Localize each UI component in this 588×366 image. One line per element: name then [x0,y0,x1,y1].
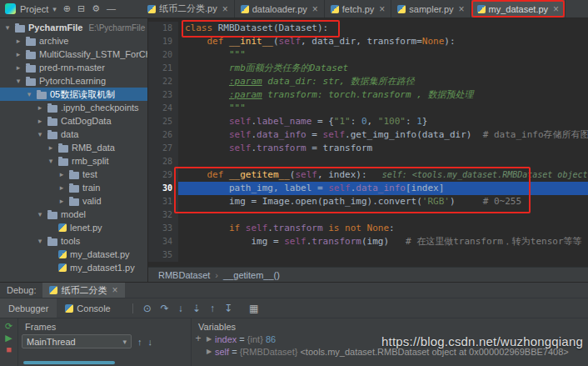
hide-panel-icon[interactable]: — [107,4,116,13]
variable-row[interactable]: ▶self = {RMBDataset} <tools.my_dataset.R… [205,345,588,358]
editor-tab[interactable]: my_dataset.py× [471,0,566,18]
tree-item[interactable]: ▾model [0,208,147,221]
locate-icon[interactable]: ⊕ [63,4,71,13]
chevron-right-icon[interactable]: ▸ [57,170,66,178]
stop-icon[interactable]: ■ [6,345,12,354]
code-line[interactable]: 33 if self.transform is not None: [148,222,588,235]
tree-item-label: MultiClassify_LSTM_ForChinese [39,49,147,59]
tree-item[interactable]: ▸archive [0,34,147,48]
code-line[interactable]: 35 [148,248,588,262]
close-icon[interactable]: × [312,4,318,14]
force-step-into-icon[interactable]: ⇣ [192,303,201,313]
code-line[interactable]: 32 [148,208,588,222]
tree-item[interactable]: ▸test [0,168,147,181]
code-line[interactable]: 27 self.transform = transform [148,142,588,155]
code-line[interactable]: 19 def __init__(self, data_dir, transfor… [148,35,588,48]
editor-tab[interactable]: sampler.py× [391,0,471,18]
chevron-right-icon[interactable]: ▸ [36,103,44,112]
settings-icon[interactable]: ⚙ [92,4,100,13]
variable-row[interactable]: ▶index = {int} 86 [205,333,588,345]
tree-item[interactable]: lenet.py [0,221,147,234]
tree-item[interactable]: ▾05数据读取机制 [0,88,147,101]
chevron-down-icon[interactable]: ▾ [25,90,33,98]
chevron-down-icon[interactable]: ▾ [14,77,22,85]
breadcrumb-class[interactable]: RMBDataset [158,270,210,280]
horizontal-scrollbar[interactable] [23,361,115,364]
project-panel-title[interactable]: Project [20,4,48,14]
previous-frame-icon[interactable]: ↑ [137,337,142,347]
chevron-down-icon[interactable]: ▾ [36,237,44,245]
code-line[interactable]: 34 img = self.transform(img) # 在这里做trans… [148,235,588,248]
tab-debugger[interactable]: Debugger [0,298,57,318]
tree-item[interactable]: my_dataset1.py [0,261,147,274]
run-to-cursor-icon[interactable]: ↧ [224,303,232,313]
chevron-right-icon[interactable]: ▸ [57,197,66,205]
variables-title[interactable]: Variables [198,322,236,332]
tree-item[interactable]: my_dataset.py [0,248,147,261]
code-line[interactable]: 21 rmb面额分类任务的Dataset [148,62,588,75]
code-line[interactable]: 31 img = Image.open(path_img).convert('R… [148,195,588,208]
frames-title[interactable]: Frames [25,322,56,332]
tree-item[interactable]: ▸valid [0,194,147,208]
tree-item[interactable]: ▾data [0,128,147,141]
collapse-all-icon[interactable]: ⊟ [77,4,85,13]
show-execution-point-icon[interactable]: ⊙ [143,303,152,313]
editor[interactable]: 18class RMBDataset(Dataset):19 def __ini… [148,18,588,282]
tree-item[interactable]: ▾tools [0,234,147,248]
close-icon[interactable]: × [379,4,385,14]
rerun-icon[interactable]: ⟳ [5,322,12,331]
close-icon[interactable]: × [222,4,228,14]
chevron-down-icon[interactable]: ▾ [47,157,55,165]
step-over-icon[interactable]: ↷ [161,303,169,313]
chevron-right-icon[interactable]: ▸ [57,183,66,192]
code-line[interactable]: 22 :param data_dir: str, 数据集所在路径 [148,75,588,88]
code-line[interactable]: 26 self.data_info = self.get_img_info(da… [148,128,588,142]
code-line[interactable]: 25 self.label_name = {"1": 0, "100": 1} [148,115,588,128]
chevron-down-icon[interactable]: ▾ [36,210,44,218]
expand-icon[interactable]: ▶ [205,348,213,355]
editor-tab[interactable]: fetch.py× [325,0,392,18]
chevron-right-icon[interactable]: ▸ [14,63,22,72]
folder-icon [58,145,68,153]
chevron-down-icon[interactable]: ▾ [36,130,44,138]
tab-console[interactable]: Console [57,298,118,318]
editor-tab[interactable]: 纸币二分类.py× [142,0,235,18]
tree-item[interactable]: ▾PycharmFileE:\PycharmFile [0,21,147,34]
resume-icon[interactable]: ▶ [5,333,12,343]
close-icon[interactable]: × [553,4,559,14]
tree-item[interactable]: ▸train [0,181,147,194]
tree-item[interactable]: ▸RMB_data [0,141,147,154]
tree-item[interactable]: ▾rmb_split [0,154,147,168]
code-line[interactable]: 24 """ [148,102,588,115]
editor-tab[interactable]: dataloader.py× [235,0,325,18]
thread-selector[interactable]: MainThread ▾ [22,334,132,348]
close-icon[interactable]: × [112,285,117,295]
step-into-icon[interactable]: ↓ [178,303,183,313]
chevron-right-icon[interactable]: ▸ [14,37,22,45]
breadcrumb-method[interactable]: __getitem__() [223,270,280,280]
tree-item[interactable]: ▸.ipynb_checkpoints [0,101,147,114]
code-line[interactable]: 18class RMBDataset(Dataset): [148,22,588,35]
chevron-down-icon[interactable]: ▾ [52,5,57,13]
step-out-icon[interactable]: ↑ [210,303,215,313]
debug-session-tab[interactable]: 纸币二分类 × [42,283,124,298]
python-file-icon [49,286,57,294]
layout-icon[interactable]: ▦ [249,303,258,314]
close-icon[interactable]: × [459,4,465,14]
chevron-right-icon[interactable]: ▸ [14,50,22,58]
code-line[interactable]: 28 [148,155,588,168]
next-frame-icon[interactable]: ↓ [148,337,153,347]
code-line[interactable]: 20 """ [148,48,588,62]
chevron-down-icon[interactable]: ▾ [3,23,12,32]
tree-item[interactable]: ▾PytorchLearning [0,74,147,88]
chevron-right-icon[interactable]: ▸ [47,143,55,152]
expand-icon[interactable]: ▶ [205,335,213,343]
tree-item[interactable]: ▸pred-rnn-master [0,61,147,74]
add-watch-icon[interactable]: + [195,333,201,358]
code-line[interactable]: 30 path_img, label = self.data_info[inde… [148,182,588,195]
tree-item[interactable]: ▸MultiClassify_LSTM_ForChinese [0,48,147,61]
code-line[interactable]: 23 :param transform: torch.transform , 数… [148,88,588,102]
tree-item[interactable]: ▸CatDogData [0,114,147,128]
chevron-right-icon[interactable]: ▸ [36,117,44,125]
code-line[interactable]: 29 def __getitem__(self, index): self: <… [148,168,588,182]
